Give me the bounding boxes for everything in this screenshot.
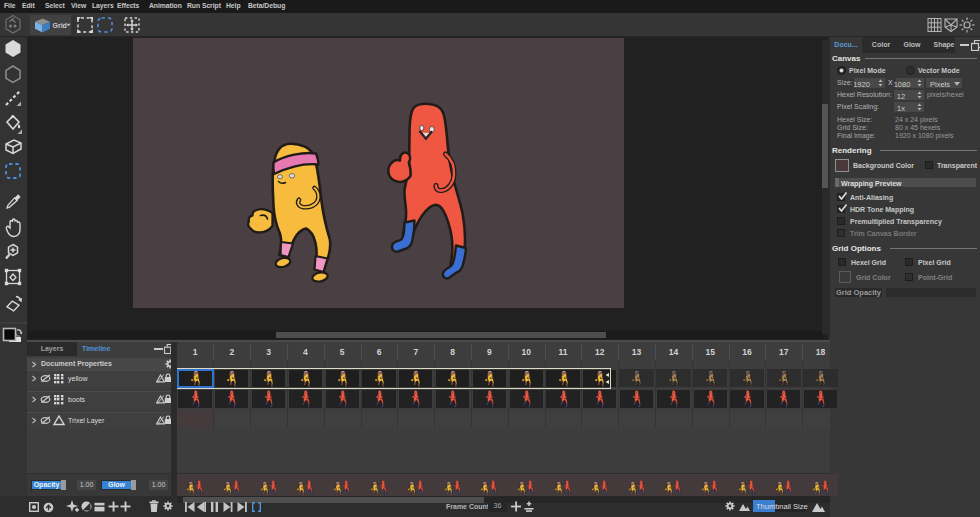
svg-text:Grid: Grid bbox=[53, 22, 67, 29]
